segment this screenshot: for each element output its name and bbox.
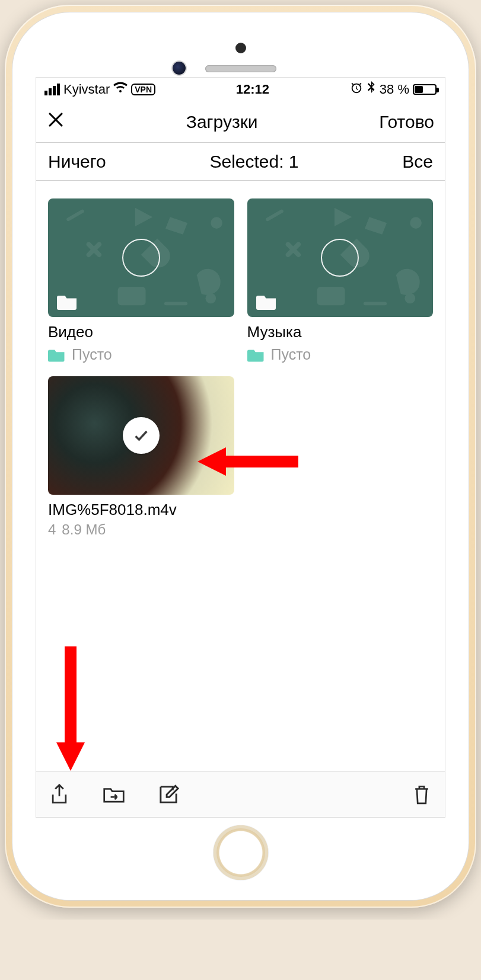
bluetooth-icon bbox=[367, 81, 376, 98]
svg-rect-1 bbox=[66, 209, 85, 222]
svg-rect-11 bbox=[363, 302, 386, 305]
folder-name: Музыка bbox=[247, 323, 434, 341]
svg-rect-9 bbox=[317, 287, 345, 305]
svg-rect-3 bbox=[118, 287, 146, 305]
signal-icon bbox=[44, 84, 60, 95]
battery-icon bbox=[413, 84, 437, 95]
nav-bar: Загрузки Готово bbox=[36, 101, 445, 143]
video-thumbnail bbox=[48, 376, 234, 495]
earpiece-speaker bbox=[205, 65, 276, 72]
folder-thumbnail bbox=[48, 198, 234, 317]
front-camera bbox=[173, 62, 186, 75]
screen: Kyivstar VPN 12:12 38 % bbox=[36, 77, 445, 818]
file-count: 4 bbox=[48, 521, 56, 537]
status-bar: Kyivstar VPN 12:12 38 % bbox=[36, 78, 445, 101]
selection-bar: Ничего Selected: 1 Все bbox=[36, 143, 445, 181]
select-none-button[interactable]: Ничего bbox=[48, 152, 106, 172]
svg-marker-8 bbox=[334, 208, 351, 226]
vpn-badge: VPN bbox=[131, 84, 155, 95]
svg-point-4 bbox=[205, 293, 216, 304]
folder-icon bbox=[256, 292, 278, 310]
svg-point-0 bbox=[211, 217, 222, 229]
folder-status: Пусто bbox=[271, 346, 311, 363]
close-button[interactable] bbox=[47, 111, 65, 133]
select-all-button[interactable]: Все bbox=[402, 152, 433, 172]
file-meta: 48.9 Мб bbox=[48, 521, 234, 538]
mini-folder-icon bbox=[247, 347, 265, 362]
carrier-label: Kyivstar bbox=[63, 82, 110, 97]
clock: 12:12 bbox=[236, 82, 269, 97]
share-button[interactable] bbox=[47, 782, 72, 807]
home-button[interactable] bbox=[214, 825, 268, 880]
move-to-folder-button[interactable] bbox=[101, 782, 126, 807]
bottom-toolbar bbox=[36, 771, 445, 817]
delete-button[interactable] bbox=[409, 782, 434, 807]
folder-status: Пусто bbox=[72, 346, 112, 363]
mini-folder-icon bbox=[48, 347, 66, 362]
selected-count: Selected: 1 bbox=[209, 152, 298, 172]
svg-marker-2 bbox=[135, 208, 152, 226]
file-tile[interactable]: IMG%5F8018.m4v 48.9 Мб bbox=[48, 376, 234, 538]
folder-tile-video[interactable]: Видео Пусто bbox=[48, 198, 234, 363]
device-bezel: Kyivstar VPN 12:12 38 % bbox=[12, 12, 469, 901]
device-frame: Kyivstar VPN 12:12 38 % bbox=[5, 5, 476, 908]
folder-tile-music[interactable]: Музыка Пусто bbox=[247, 198, 434, 363]
selection-ring-icon bbox=[321, 239, 359, 277]
checkmark-icon bbox=[123, 417, 160, 454]
edit-button[interactable] bbox=[156, 782, 181, 807]
svg-point-6 bbox=[410, 217, 422, 229]
folder-name: Видео bbox=[48, 323, 234, 341]
alarm-icon bbox=[350, 81, 363, 98]
folder-icon bbox=[56, 292, 79, 310]
battery-percent: 38 % bbox=[380, 82, 409, 97]
svg-rect-7 bbox=[265, 209, 284, 222]
grid: Видео Пусто bbox=[48, 198, 433, 538]
svg-point-10 bbox=[404, 293, 415, 304]
content-area[interactable]: Видео Пусто bbox=[36, 181, 445, 771]
file-size: 8.9 Мб bbox=[62, 521, 106, 537]
proximity-sensor bbox=[235, 43, 246, 53]
file-name: IMG%5F8018.m4v bbox=[48, 501, 234, 519]
status-left: Kyivstar VPN bbox=[44, 82, 155, 97]
status-right: 38 % bbox=[350, 81, 437, 98]
done-button[interactable]: Готово bbox=[379, 112, 434, 132]
svg-rect-5 bbox=[164, 302, 187, 305]
folder-thumbnail bbox=[247, 198, 434, 317]
selection-ring-icon bbox=[122, 239, 160, 277]
page-title: Загрузки bbox=[186, 112, 258, 132]
wifi-icon bbox=[113, 82, 128, 97]
